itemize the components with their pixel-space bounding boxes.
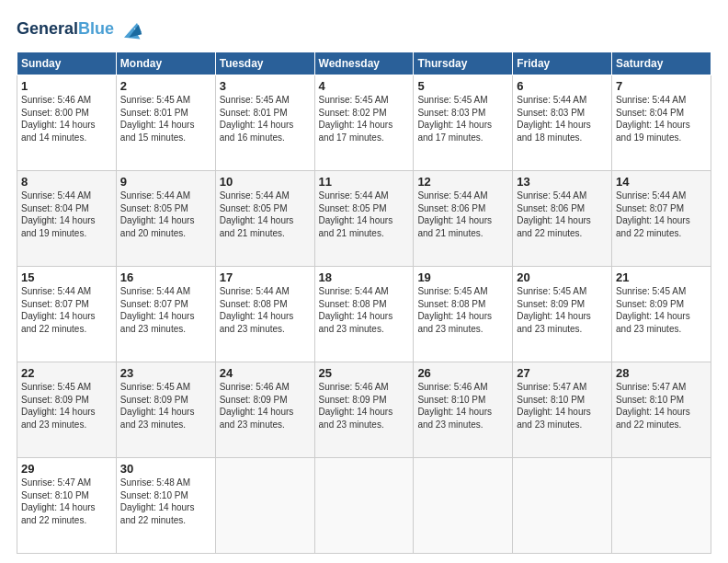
sunrise-label: Sunrise: 5:44 AM [319,190,389,201]
calendar-cell: 23 Sunrise: 5:45 AM Sunset: 8:09 PM Dayl… [116,362,215,458]
daylight-label: Daylight: 14 hours and 23 minutes. [319,407,393,430]
calendar-cell: 25 Sunrise: 5:46 AM Sunset: 8:09 PM Dayl… [314,362,414,458]
sunset-label: Sunset: 8:05 PM [120,203,188,213]
sunset-label: Sunset: 8:04 PM [616,108,684,118]
daylight-label: Daylight: 14 hours and 23 minutes. [220,311,294,334]
calendar-cell: 8 Sunrise: 5:44 AM Sunset: 8:04 PM Dayli… [17,171,117,267]
calendar-cell: 4 Sunrise: 5:45 AM Sunset: 8:02 PM Dayli… [314,75,414,171]
daylight-label: Daylight: 14 hours and 23 minutes. [319,311,393,334]
logo-text: GeneralBlue [17,20,114,39]
calendar-cell: 10 Sunrise: 5:44 AM Sunset: 8:05 PM Dayl… [215,171,314,267]
day-info: Sunrise: 5:45 AM Sunset: 8:08 PM Dayligh… [417,285,508,335]
day-info: Sunrise: 5:45 AM Sunset: 8:02 PM Dayligh… [319,94,410,144]
weekday-header: Sunday [17,52,117,75]
sunrise-label: Sunrise: 5:44 AM [21,190,91,201]
calendar-cell: 15 Sunrise: 5:44 AM Sunset: 8:07 PM Dayl… [17,267,117,362]
sunrise-label: Sunrise: 5:45 AM [21,382,91,392]
day-number: 1 [21,79,112,93]
daylight-label: Daylight: 14 hours and 23 minutes. [120,407,195,430]
calendar-cell: 13 Sunrise: 5:44 AM Sunset: 8:06 PM Dayl… [513,171,612,267]
sunrise-label: Sunrise: 5:45 AM [616,286,686,296]
sunrise-label: Sunrise: 5:44 AM [616,95,686,105]
day-number: 23 [120,366,211,380]
daylight-label: Daylight: 14 hours and 23 minutes. [120,311,195,334]
sunset-label: Sunset: 8:07 PM [21,299,89,309]
sunrise-label: Sunrise: 5:47 AM [21,477,91,488]
day-info: Sunrise: 5:47 AM Sunset: 8:10 PM Dayligh… [517,381,608,431]
calendar-cell: 17 Sunrise: 5:44 AM Sunset: 8:08 PM Dayl… [215,267,314,362]
day-number: 2 [120,79,211,93]
day-info: Sunrise: 5:45 AM Sunset: 8:09 PM Dayligh… [120,381,211,431]
calendar-cell [215,458,314,554]
weekday-header: Friday [513,52,612,75]
daylight-label: Daylight: 14 hours and 23 minutes. [517,311,591,334]
sunset-label: Sunset: 8:05 PM [220,203,288,213]
daylight-label: Daylight: 14 hours and 16 minutes. [220,120,294,143]
weekday-header: Tuesday [215,52,314,75]
day-info: Sunrise: 5:48 AM Sunset: 8:10 PM Dayligh… [120,477,211,526]
calendar-cell: 27 Sunrise: 5:47 AM Sunset: 8:10 PM Dayl… [513,362,612,458]
day-number: 10 [220,175,311,189]
day-number: 30 [120,462,211,476]
day-info: Sunrise: 5:46 AM Sunset: 8:00 PM Dayligh… [21,94,112,144]
day-number: 15 [21,270,112,284]
calendar-cell: 22 Sunrise: 5:45 AM Sunset: 8:09 PM Dayl… [17,362,117,458]
sunset-label: Sunset: 8:03 PM [417,108,485,118]
day-number: 14 [616,175,707,189]
day-info: Sunrise: 5:44 AM Sunset: 8:04 PM Dayligh… [21,190,112,239]
sunrise-label: Sunrise: 5:48 AM [120,477,190,488]
sunrise-label: Sunrise: 5:46 AM [417,382,487,392]
day-info: Sunrise: 5:45 AM Sunset: 8:09 PM Dayligh… [21,381,112,431]
sunrise-label: Sunrise: 5:45 AM [417,286,487,296]
sunrise-label: Sunrise: 5:44 AM [21,286,91,296]
day-number: 13 [517,175,608,189]
calendar-cell: 29 Sunrise: 5:47 AM Sunset: 8:10 PM Dayl… [17,458,117,554]
daylight-label: Daylight: 14 hours and 21 minutes. [417,215,492,238]
sunset-label: Sunset: 8:08 PM [220,299,288,309]
sunset-label: Sunset: 8:09 PM [319,395,387,405]
sunset-label: Sunset: 8:08 PM [417,299,485,309]
weekday-header: Wednesday [314,52,414,75]
logo-icon [118,17,143,42]
sunset-label: Sunset: 8:09 PM [120,395,188,405]
calendar-table: SundayMondayTuesdayWednesdayThursdayFrid… [17,52,711,554]
day-info: Sunrise: 5:44 AM Sunset: 8:07 PM Dayligh… [120,285,211,335]
daylight-label: Daylight: 14 hours and 20 minutes. [120,215,195,238]
day-number: 5 [417,79,508,93]
day-info: Sunrise: 5:45 AM Sunset: 8:09 PM Dayligh… [616,285,707,335]
day-info: Sunrise: 5:44 AM Sunset: 8:07 PM Dayligh… [616,190,707,239]
sunrise-label: Sunrise: 5:44 AM [120,190,190,201]
daylight-label: Daylight: 14 hours and 17 minutes. [319,120,393,143]
sunset-label: Sunset: 8:09 PM [220,395,288,405]
day-number: 7 [616,79,707,93]
calendar-cell: 14 Sunrise: 5:44 AM Sunset: 8:07 PM Dayl… [612,171,711,267]
day-number: 27 [517,366,608,380]
day-info: Sunrise: 5:44 AM Sunset: 8:03 PM Dayligh… [517,94,608,144]
day-number: 18 [319,270,410,284]
daylight-label: Daylight: 14 hours and 19 minutes. [21,215,96,238]
calendar-cell [513,458,612,554]
sunset-label: Sunset: 8:09 PM [616,299,684,309]
day-number: 29 [21,462,112,476]
sunrise-label: Sunrise: 5:46 AM [220,382,290,392]
sunset-label: Sunset: 8:05 PM [319,203,387,213]
sunset-label: Sunset: 8:04 PM [21,203,89,213]
sunrise-label: Sunrise: 5:47 AM [517,382,586,392]
sunrise-label: Sunrise: 5:46 AM [319,382,389,392]
day-number: 6 [517,79,608,93]
calendar-cell: 12 Sunrise: 5:44 AM Sunset: 8:06 PM Dayl… [414,171,513,267]
weekday-header: Saturday [612,52,711,75]
daylight-label: Daylight: 14 hours and 22 minutes. [21,502,96,525]
day-info: Sunrise: 5:44 AM Sunset: 8:04 PM Dayligh… [616,94,707,144]
sunset-label: Sunset: 8:07 PM [616,203,684,213]
sunset-label: Sunset: 8:10 PM [120,490,188,500]
calendar-cell: 24 Sunrise: 5:46 AM Sunset: 8:09 PM Dayl… [215,362,314,458]
sunset-label: Sunset: 8:09 PM [21,395,89,405]
calendar-cell: 1 Sunrise: 5:46 AM Sunset: 8:00 PM Dayli… [17,75,117,171]
daylight-label: Daylight: 14 hours and 22 minutes. [616,407,690,430]
daylight-label: Daylight: 14 hours and 19 minutes. [616,120,690,143]
day-number: 11 [319,175,410,189]
day-info: Sunrise: 5:45 AM Sunset: 8:01 PM Dayligh… [120,94,211,144]
calendar-cell [414,458,513,554]
calendar-cell: 11 Sunrise: 5:44 AM Sunset: 8:05 PM Dayl… [314,171,414,267]
